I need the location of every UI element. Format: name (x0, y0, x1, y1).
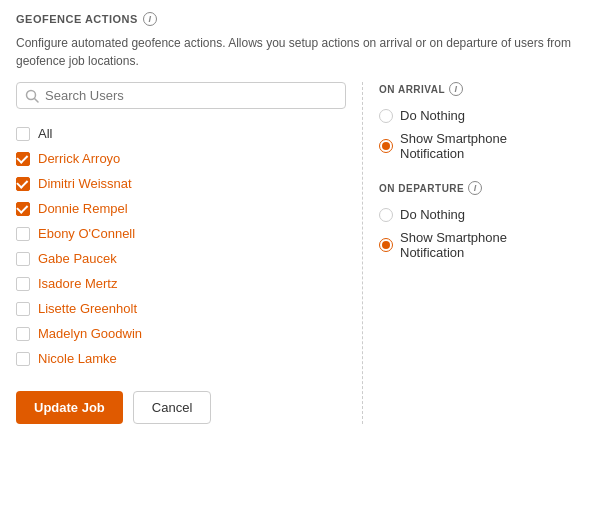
main-layout: All Derrick ArroyoDimitri WeissnatDonnie… (16, 82, 573, 424)
departure-radio-1[interactable] (379, 238, 393, 252)
departure-label-0: Do Nothing (400, 207, 465, 222)
departure-option-0: Do Nothing (379, 203, 573, 226)
checkbox-2[interactable] (16, 202, 30, 216)
arrival-radio-0[interactable] (379, 109, 393, 123)
search-box[interactable] (16, 82, 346, 109)
label-8[interactable]: Nicole Lamke (38, 351, 117, 366)
checkbox-4[interactable] (16, 252, 30, 266)
arrival-radio-1[interactable] (379, 139, 393, 153)
label-2[interactable]: Donnie Rempel (38, 201, 128, 216)
departure-radio-0[interactable] (379, 208, 393, 222)
on-arrival-title: ON ARRIVAL i (379, 82, 573, 96)
geofence-title: GEOFENCE ACTIONS i (16, 12, 573, 26)
checkbox-8[interactable] (16, 352, 30, 366)
departure-info-icon[interactable]: i (468, 181, 482, 195)
label-4[interactable]: Gabe Paucek (38, 251, 117, 266)
label-0[interactable]: Derrick Arroyo (38, 151, 120, 166)
list-item-1: Dimitri Weissnat (16, 171, 346, 196)
label-6[interactable]: Lisette Greenholt (38, 301, 137, 316)
on-departure-title: ON DEPARTURE i (379, 181, 573, 195)
label-5[interactable]: Isadore Mertz (38, 276, 117, 291)
on-departure-title-text: ON DEPARTURE (379, 183, 464, 194)
label-all[interactable]: All (38, 126, 52, 141)
list-item-6: Lisette Greenholt (16, 296, 346, 321)
arrival-info-icon[interactable]: i (449, 82, 463, 96)
list-item-0: Derrick Arroyo (16, 146, 346, 171)
arrival-option-1: Show Smartphone Notification (379, 127, 573, 165)
on-arrival-group: ON ARRIVAL i Do Nothing Show Smartphone … (379, 82, 573, 165)
checkbox-0[interactable] (16, 152, 30, 166)
departure-label-1: Show Smartphone Notification (400, 230, 573, 260)
svg-line-1 (35, 98, 39, 102)
arrival-option-0: Do Nothing (379, 104, 573, 127)
list-item-4: Gabe Paucek (16, 246, 346, 271)
on-arrival-title-text: ON ARRIVAL (379, 84, 445, 95)
checkbox-3[interactable] (16, 227, 30, 241)
search-icon (25, 89, 39, 103)
list-item-all: All (16, 121, 346, 146)
title-text: GEOFENCE ACTIONS (16, 13, 138, 25)
list-item-2: Donnie Rempel (16, 196, 346, 221)
footer-buttons: Update Job Cancel (16, 391, 346, 424)
arrival-label-1: Show Smartphone Notification (400, 131, 573, 161)
label-7[interactable]: Madelyn Goodwin (38, 326, 142, 341)
left-panel: All Derrick ArroyoDimitri WeissnatDonnie… (16, 82, 363, 424)
checkbox-6[interactable] (16, 302, 30, 316)
update-job-button[interactable]: Update Job (16, 391, 123, 424)
list-item-7: Madelyn Goodwin (16, 321, 346, 346)
cancel-button[interactable]: Cancel (133, 391, 211, 424)
checkbox-5[interactable] (16, 277, 30, 291)
title-info-icon[interactable]: i (143, 12, 157, 26)
right-panel: ON ARRIVAL i Do Nothing Show Smartphone … (363, 82, 573, 424)
on-departure-group: ON DEPARTURE i Do Nothing Show Smartphon… (379, 181, 573, 264)
arrival-label-0: Do Nothing (400, 108, 465, 123)
list-item-8: Nicole Lamke (16, 346, 346, 371)
user-list: All Derrick ArroyoDimitri WeissnatDonnie… (16, 121, 346, 371)
checkbox-7[interactable] (16, 327, 30, 341)
list-item-3: Ebony O'Connell (16, 221, 346, 246)
label-3[interactable]: Ebony O'Connell (38, 226, 135, 241)
departure-option-1: Show Smartphone Notification (379, 226, 573, 264)
search-input[interactable] (45, 88, 337, 103)
list-item-5: Isadore Mertz (16, 271, 346, 296)
label-1[interactable]: Dimitri Weissnat (38, 176, 132, 191)
description-text: Configure automated geofence actions. Al… (16, 34, 573, 70)
checkbox-all[interactable] (16, 127, 30, 141)
checkbox-1[interactable] (16, 177, 30, 191)
